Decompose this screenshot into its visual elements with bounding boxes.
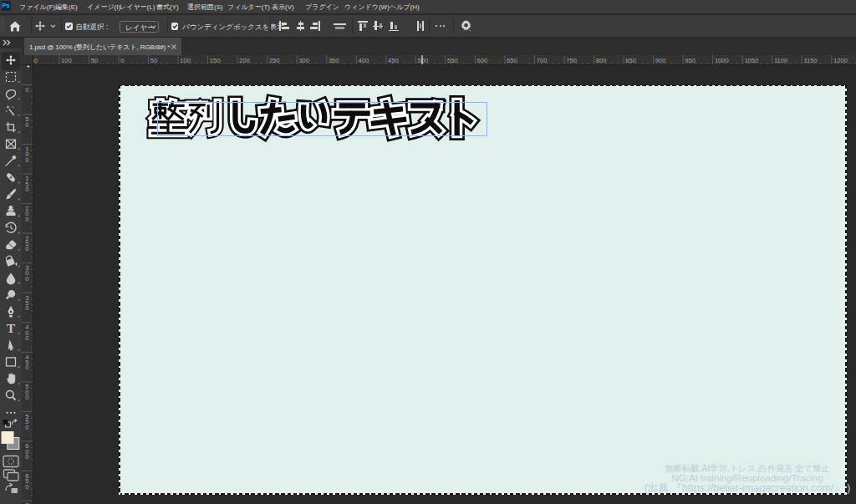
svg-text:0: 0 [25, 275, 28, 283]
svg-text:1200: 1200 [833, 57, 848, 64]
svg-text:0: 0 [25, 364, 28, 371]
svg-text:0: 0 [25, 334, 28, 342]
svg-text:0: 0 [25, 156, 28, 164]
svg-text:300: 300 [298, 57, 309, 64]
svg-text:0: 0 [25, 453, 28, 461]
svg-text:800: 800 [596, 57, 607, 64]
svg-text:0: 0 [25, 304, 28, 312]
svg-text:350: 350 [329, 57, 339, 64]
svg-text:0: 0 [25, 424, 28, 431]
svg-text:0: 0 [25, 186, 28, 193]
svg-text:100: 100 [61, 57, 72, 64]
svg-text:850: 850 [625, 57, 636, 64]
svg-text:950: 950 [685, 57, 696, 64]
svg-text:250: 250 [269, 57, 280, 64]
svg-text:150: 150 [210, 57, 221, 64]
svg-text:1150: 1150 [803, 57, 817, 64]
svg-text:500: 500 [418, 57, 429, 64]
svg-text:1050: 1050 [744, 57, 758, 64]
svg-text:50: 50 [91, 57, 98, 64]
svg-text:T: T [7, 322, 15, 335]
svg-text:650: 650 [507, 57, 517, 64]
svg-text:0: 0 [120, 57, 124, 64]
svg-text:0: 0 [25, 86, 28, 94]
svg-text:1000: 1000 [715, 57, 729, 64]
svg-text:0: 0 [25, 121, 28, 129]
svg-text:0: 0 [25, 483, 28, 491]
svg-text:0: 0 [25, 394, 28, 401]
svg-text:450: 450 [388, 57, 399, 64]
svg-text:150: 150 [33, 57, 38, 64]
svg-text:1100: 1100 [774, 57, 787, 64]
svg-text:0: 0 [25, 216, 28, 223]
svg-text:200: 200 [239, 57, 250, 64]
svg-text:750: 750 [566, 57, 577, 64]
svg-text:50: 50 [150, 57, 157, 64]
svg-text:550: 550 [447, 57, 458, 64]
svg-text:700: 700 [537, 57, 548, 64]
svg-text:600: 600 [477, 57, 488, 64]
svg-text:900: 900 [655, 57, 666, 64]
svg-text:400: 400 [359, 57, 369, 64]
svg-text:100: 100 [180, 57, 191, 64]
svg-text:0: 0 [25, 245, 28, 252]
